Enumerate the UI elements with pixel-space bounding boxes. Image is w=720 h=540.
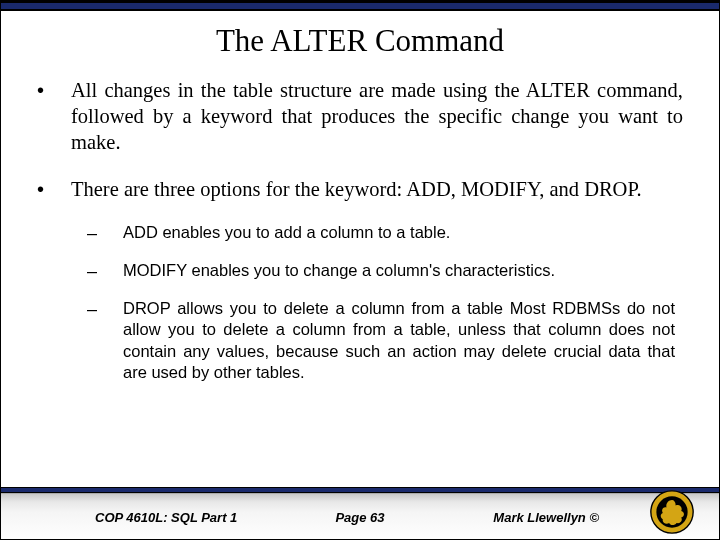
sub-bullet-item: – MODIFY enables you to change a column'… <box>87 260 675 282</box>
sub-bullet-marker: – <box>87 298 123 384</box>
sub-bullet-item: – DROP allows you to delete a column fro… <box>87 298 675 384</box>
footer: COP 4610L: SQL Part 1 Page 63 Mark Llewe… <box>1 493 719 539</box>
top-stripe <box>1 1 719 11</box>
bullet-text: All changes in the table structure are m… <box>71 77 683 156</box>
bullet-text: There are three options for the keyword:… <box>71 176 683 202</box>
ucf-pegasus-logo-icon <box>649 489 695 535</box>
sub-bullet-marker: – <box>87 222 123 244</box>
bullet-item: • All changes in the table structure are… <box>37 77 683 156</box>
footer-inner: COP 4610L: SQL Part 1 Page 63 Mark Llewe… <box>1 494 719 539</box>
sub-bullet-item: – ADD enables you to add a column to a t… <box>87 222 675 244</box>
footer-page: Page 63 <box>1 510 719 525</box>
slide: The ALTER Command • All changes in the t… <box>0 0 720 540</box>
sub-bullet-text: DROP allows you to delete a column from … <box>123 298 675 384</box>
sub-bullet-list: – ADD enables you to add a column to a t… <box>87 222 675 384</box>
bullet-item: • There are three options for the keywor… <box>37 176 683 202</box>
footer-author: Mark Llewellyn © <box>493 510 599 525</box>
slide-title: The ALTER Command <box>1 23 719 59</box>
sub-bullet-text: MODIFY enables you to change a column's … <box>123 260 675 282</box>
sub-bullet-marker: – <box>87 260 123 282</box>
slide-content: • All changes in the table structure are… <box>1 59 719 384</box>
bullet-marker: • <box>37 176 71 202</box>
bullet-marker: • <box>37 77 71 156</box>
sub-bullet-text: ADD enables you to add a column to a tab… <box>123 222 675 244</box>
